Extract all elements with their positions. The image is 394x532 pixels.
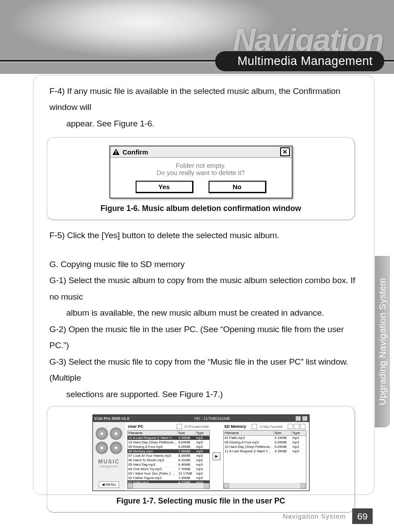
app-body: MUSIC management ◀ MENU User PC D:\Priva…	[93, 422, 309, 491]
app-brand: V.Us Pro 3000 v1.0	[94, 416, 129, 421]
svg-rect-2	[116, 153, 117, 154]
section-title-pill: Multimedia Management	[215, 51, 384, 71]
step-g1: G-1) Select the music album to copy from…	[49, 272, 358, 305]
col-filename: Filename	[128, 430, 178, 435]
warning-icon	[112, 148, 120, 155]
table-row[interactable]: 01 Faith.mp34.19MBmp3	[224, 436, 306, 440]
table-row[interactable]: 05 Hard Day.mp36.46MBmp3	[128, 463, 210, 467]
table-row[interactable]: 04 One More Try.mp37.70MBmp3	[128, 467, 210, 471]
no-button[interactable]: No	[209, 181, 266, 193]
table-row[interactable]: 11 A Last Request (I Want Y...4.59MBmp3	[128, 436, 210, 440]
confirm-line1: Folder not empty.	[114, 162, 288, 169]
col-type: Type	[292, 430, 306, 435]
table-row[interactable]: 01 Faith.mp34.37MBmp3	[128, 480, 210, 483]
window-buttons[interactable]	[295, 416, 308, 421]
table-row[interactable]: 02 Father Figure.mp37.49MBmp3	[128, 476, 210, 480]
tool-icon[interactable]	[300, 424, 306, 429]
app-hd-status: HD : 117MB/191MB	[194, 416, 230, 421]
step-f4: F-4) If any music file is available in t…	[49, 83, 358, 116]
music-sub: management	[100, 465, 118, 468]
table-row[interactable]: 07 Look At Your Hands.mp36.08MBmp3	[128, 454, 210, 458]
confirm-titlebar: Confirm ✕	[110, 146, 292, 158]
svg-rect-1	[116, 150, 117, 153]
table-row[interactable]: 06 Hand To Mouth.mp36.31MBmp3	[128, 458, 210, 463]
table-row[interactable]: 10 Hard Day (Shep Pettibone...8.69MBmp3	[224, 445, 306, 449]
step-g3-cont: selections are supported. See Figure 1-7…	[49, 386, 358, 402]
step-g: G. Copying music file to SD memory	[49, 256, 358, 272]
cd-icons	[96, 427, 122, 442]
footer-label: Navigation System	[283, 512, 346, 520]
panes: User PC D:\Private\Faith Filename Size T…	[125, 422, 309, 491]
step-g2: G-2) Open the music file in the user PC.…	[49, 321, 358, 354]
figure-1-7-caption: Figure 1-7. Selecting music file in the …	[55, 496, 346, 506]
side-tab: Upgrading Navigation System	[375, 256, 390, 427]
yes-button[interactable]: Yes	[136, 181, 193, 193]
page-footer: Navigation System 69	[0, 508, 394, 524]
page-header: Navigation Multimedia Management	[0, 0, 394, 74]
figure-1-6: Confirm ✕ Folder not empty. Do you reall…	[47, 137, 355, 220]
app-screenshot: V.Us Pro 3000 v1.0 HD : 117MB/191MB MUSI…	[92, 414, 310, 491]
step-g1-cont: album is available, the new music album …	[49, 305, 358, 321]
browse-icon[interactable]	[252, 424, 257, 429]
right-pane: SD Memory H:\My Favorite Filename Size	[223, 424, 306, 489]
app-titlebar: V.Us Pro 3000 v1.0 HD : 117MB/191MB	[93, 415, 309, 422]
table-row[interactable]: 10 Hard Day (Shep Pettibone...8.69MBmp3	[128, 440, 210, 445]
step-g3: G-3) Select the music file to copy from …	[49, 354, 358, 386]
table-row[interactable]: 09 Kissing A Fool.mp36.05MBmp3	[224, 440, 306, 445]
tool-icon[interactable]	[288, 424, 293, 429]
transfer-icon[interactable]: ►	[213, 452, 221, 460]
tool-icon[interactable]	[294, 424, 299, 429]
table-row[interactable]: 09 Kissing A Fool.mp36.05MBmp3	[128, 445, 210, 449]
step-f4-cont: appear. See Figure 1-6.	[49, 116, 358, 132]
right-pane-title: SD Memory	[224, 424, 246, 429]
page-number: 69	[352, 508, 373, 524]
browse-icon[interactable]	[177, 424, 182, 429]
col-type: Type	[195, 430, 209, 435]
col-size: Size	[274, 430, 292, 435]
table-row[interactable]: 11 A Last Request (I Want Y...4.39MBmp3	[224, 449, 306, 454]
content-card: F-4) If any music file is available in t…	[33, 75, 374, 495]
figure-1-7: V.Us Pro 3000 v1.0 HD : 117MB/191MB MUSI…	[47, 406, 355, 513]
left-pane-title: User PC	[128, 424, 144, 429]
left-file-table[interactable]: Filename Size Type 11 A Last Request (I …	[127, 430, 210, 489]
table-row[interactable]: 03 I Want Your Sex (Parts 1 ...12.17MBmp…	[128, 471, 210, 476]
col-size: Size	[177, 430, 195, 435]
confirm-line2: Do you really want to delete it?	[114, 169, 288, 176]
right-path: H:\My Favorite	[260, 425, 283, 429]
right-file-table[interactable]: Filename Size Type 01 Faith.mp34.19MBmp3…	[223, 430, 306, 489]
col-filename: Filename	[224, 430, 274, 435]
left-path: D:\Private\Faith	[185, 425, 209, 429]
table-row[interactable]: 08 Monkey.mp37.08MBmp3	[128, 449, 210, 454]
app-sidebar: MUSIC management ◀ MENU	[93, 422, 125, 491]
cd-icons-2	[96, 442, 122, 456]
confirm-title-text: Confirm	[123, 148, 149, 156]
scrollbar[interactable]	[128, 483, 210, 488]
figure-1-6-caption: Figure 1-6. Music album deletion confirm…	[55, 204, 346, 213]
step-f5: F-5) Click the [Yes] button to delete th…	[49, 227, 358, 244]
confirm-body: Folder not empty. Do you really want to …	[110, 158, 292, 181]
menu-button[interactable]: ◀ MENU	[99, 481, 119, 488]
close-icon[interactable]: ✕	[280, 147, 290, 156]
confirm-buttons: Yes No	[110, 181, 292, 198]
left-pane: User PC D:\Private\Faith Filename Size T…	[127, 424, 210, 489]
confirm-window: Confirm ✕ Folder not empty. Do you reall…	[109, 146, 293, 199]
scrollbar[interactable]	[224, 483, 306, 488]
music-label: MUSIC	[98, 459, 120, 465]
